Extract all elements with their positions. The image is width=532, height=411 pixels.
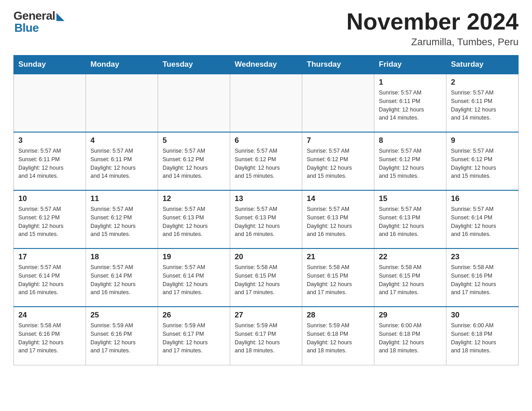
calendar-cell: 1Sunrise: 5:57 AMSunset: 6:11 PMDaylight… [374, 74, 446, 132]
day-info: Sunrise: 6:00 AMSunset: 6:18 PMDaylight:… [451, 321, 514, 355]
day-info: Sunrise: 5:57 AMSunset: 6:13 PMDaylight:… [235, 205, 297, 239]
calendar-cell: 15Sunrise: 5:57 AMSunset: 6:13 PMDayligh… [374, 190, 446, 248]
day-number: 5 [163, 136, 225, 145]
calendar-cell: 5Sunrise: 5:57 AMSunset: 6:12 PMDaylight… [158, 132, 230, 190]
calendar-cell: 28Sunrise: 5:59 AMSunset: 6:18 PMDayligh… [302, 307, 374, 365]
calendar-day-header: Friday [374, 56, 446, 74]
calendar-cell: 27Sunrise: 5:59 AMSunset: 6:17 PMDayligh… [230, 307, 302, 365]
calendar-cell: 17Sunrise: 5:57 AMSunset: 6:14 PMDayligh… [14, 248, 86, 307]
day-info: Sunrise: 5:59 AMSunset: 6:17 PMDaylight:… [235, 321, 297, 355]
day-number: 23 [451, 253, 514, 261]
calendar-header-row: SundayMondayTuesdayWednesdayThursdayFrid… [14, 56, 519, 74]
calendar-cell: 25Sunrise: 5:59 AMSunset: 6:16 PMDayligh… [86, 307, 158, 365]
day-info: Sunrise: 5:57 AMSunset: 6:12 PMDaylight:… [90, 205, 153, 239]
day-info: Sunrise: 5:57 AMSunset: 6:11 PMDaylight:… [18, 147, 81, 180]
calendar-day-header: Thursday [302, 56, 374, 74]
day-info: Sunrise: 5:58 AMSunset: 6:16 PMDaylight:… [18, 321, 81, 355]
day-info: Sunrise: 5:57 AMSunset: 6:13 PMDaylight:… [163, 205, 225, 239]
calendar-cell [230, 74, 302, 132]
day-number: 20 [235, 253, 297, 261]
day-number: 26 [163, 311, 225, 320]
day-info: Sunrise: 5:57 AMSunset: 6:12 PMDaylight:… [379, 147, 442, 180]
calendar-cell [302, 74, 374, 132]
day-number: 28 [307, 311, 369, 320]
calendar-cell: 8Sunrise: 5:57 AMSunset: 6:12 PMDaylight… [374, 132, 446, 190]
calendar-cell: 14Sunrise: 5:57 AMSunset: 6:13 PMDayligh… [302, 190, 374, 248]
day-info: Sunrise: 5:57 AMSunset: 6:14 PMDaylight:… [163, 263, 225, 297]
calendar-cell: 20Sunrise: 5:58 AMSunset: 6:15 PMDayligh… [230, 248, 302, 307]
logo-blue-text: Blue [14, 21, 39, 35]
day-number: 8 [379, 136, 442, 145]
calendar-cell: 6Sunrise: 5:57 AMSunset: 6:12 PMDaylight… [230, 132, 302, 190]
day-number: 25 [90, 311, 153, 320]
day-info: Sunrise: 5:59 AMSunset: 6:17 PMDaylight:… [163, 321, 225, 355]
calendar-cell: 13Sunrise: 5:57 AMSunset: 6:13 PMDayligh… [230, 190, 302, 248]
day-number: 11 [90, 194, 153, 203]
day-number: 2 [451, 78, 514, 87]
calendar-cell: 4Sunrise: 5:57 AMSunset: 6:11 PMDaylight… [86, 132, 158, 190]
day-number: 6 [235, 136, 297, 145]
calendar-cell: 12Sunrise: 5:57 AMSunset: 6:13 PMDayligh… [158, 190, 230, 248]
day-number: 3 [18, 136, 81, 145]
calendar-week-row: 10Sunrise: 5:57 AMSunset: 6:12 PMDayligh… [14, 190, 519, 248]
day-number: 12 [163, 194, 225, 203]
day-info: Sunrise: 5:57 AMSunset: 6:12 PMDaylight:… [163, 147, 225, 180]
day-number: 24 [18, 311, 81, 320]
day-info: Sunrise: 5:57 AMSunset: 6:12 PMDaylight:… [451, 147, 514, 180]
day-info: Sunrise: 5:58 AMSunset: 6:16 PMDaylight:… [451, 263, 514, 297]
day-info: Sunrise: 5:57 AMSunset: 6:14 PMDaylight:… [90, 263, 153, 297]
page-header: General Blue November 2024 Zarumilla, Tu… [13, 9, 519, 48]
calendar-cell: 11Sunrise: 5:57 AMSunset: 6:12 PMDayligh… [86, 190, 158, 248]
calendar-cell [158, 74, 230, 132]
day-number: 27 [235, 311, 297, 320]
calendar-cell: 9Sunrise: 5:57 AMSunset: 6:12 PMDaylight… [446, 132, 519, 190]
day-info: Sunrise: 5:57 AMSunset: 6:12 PMDaylight:… [235, 147, 297, 180]
day-info: Sunrise: 5:57 AMSunset: 6:12 PMDaylight:… [18, 205, 81, 239]
day-info: Sunrise: 5:57 AMSunset: 6:13 PMDaylight:… [379, 205, 442, 239]
day-number: 15 [379, 194, 442, 203]
calendar-day-header: Monday [86, 56, 158, 74]
calendar-cell: 30Sunrise: 6:00 AMSunset: 6:18 PMDayligh… [446, 307, 519, 365]
day-number: 10 [18, 194, 81, 203]
day-number: 13 [235, 194, 297, 203]
calendar-cell: 24Sunrise: 5:58 AMSunset: 6:16 PMDayligh… [14, 307, 86, 365]
day-info: Sunrise: 5:57 AMSunset: 6:13 PMDaylight:… [307, 205, 369, 239]
day-info: Sunrise: 5:58 AMSunset: 6:15 PMDaylight:… [307, 263, 369, 297]
calendar-cell: 10Sunrise: 5:57 AMSunset: 6:12 PMDayligh… [14, 190, 86, 248]
calendar-cell: 29Sunrise: 6:00 AMSunset: 6:18 PMDayligh… [374, 307, 446, 365]
day-number: 18 [90, 253, 153, 261]
calendar-week-row: 3Sunrise: 5:57 AMSunset: 6:11 PMDaylight… [14, 132, 519, 190]
day-number: 30 [451, 311, 514, 320]
day-number: 17 [18, 253, 81, 261]
calendar-cell: 21Sunrise: 5:58 AMSunset: 6:15 PMDayligh… [302, 248, 374, 307]
calendar-day-header: Saturday [446, 56, 519, 74]
logo: General Blue [13, 9, 64, 35]
day-number: 21 [307, 253, 369, 261]
calendar-cell: 7Sunrise: 5:57 AMSunset: 6:12 PMDaylight… [302, 132, 374, 190]
calendar-week-row: 24Sunrise: 5:58 AMSunset: 6:16 PMDayligh… [14, 307, 519, 365]
calendar-week-row: 17Sunrise: 5:57 AMSunset: 6:14 PMDayligh… [14, 248, 519, 307]
calendar-cell: 23Sunrise: 5:58 AMSunset: 6:16 PMDayligh… [446, 248, 519, 307]
calendar-day-header: Tuesday [158, 56, 230, 74]
day-info: Sunrise: 5:59 AMSunset: 6:18 PMDaylight:… [307, 321, 369, 355]
page-subtitle: Zarumilla, Tumbes, Peru [347, 36, 519, 48]
day-info: Sunrise: 5:57 AMSunset: 6:14 PMDaylight:… [18, 263, 81, 297]
day-number: 22 [379, 253, 442, 261]
day-number: 29 [379, 311, 442, 320]
calendar-week-row: 1Sunrise: 5:57 AMSunset: 6:11 PMDaylight… [14, 74, 519, 132]
day-number: 14 [307, 194, 369, 203]
day-info: Sunrise: 5:57 AMSunset: 6:11 PMDaylight:… [379, 89, 442, 122]
calendar-cell: 2Sunrise: 5:57 AMSunset: 6:11 PMDaylight… [446, 74, 519, 132]
day-info: Sunrise: 5:57 AMSunset: 6:11 PMDaylight:… [451, 89, 514, 122]
calendar-cell: 26Sunrise: 5:59 AMSunset: 6:17 PMDayligh… [158, 307, 230, 365]
day-number: 1 [379, 78, 442, 87]
day-info: Sunrise: 6:00 AMSunset: 6:18 PMDaylight:… [379, 321, 442, 355]
day-info: Sunrise: 5:59 AMSunset: 6:16 PMDaylight:… [90, 321, 153, 355]
day-info: Sunrise: 5:58 AMSunset: 6:15 PMDaylight:… [235, 263, 297, 297]
day-number: 16 [451, 194, 514, 203]
day-info: Sunrise: 5:57 AMSunset: 6:11 PMDaylight:… [90, 147, 153, 180]
day-number: 19 [163, 253, 225, 261]
logo-triangle-icon [56, 13, 64, 21]
calendar-day-header: Sunday [14, 56, 86, 74]
calendar-cell: 16Sunrise: 5:57 AMSunset: 6:14 PMDayligh… [446, 190, 519, 248]
